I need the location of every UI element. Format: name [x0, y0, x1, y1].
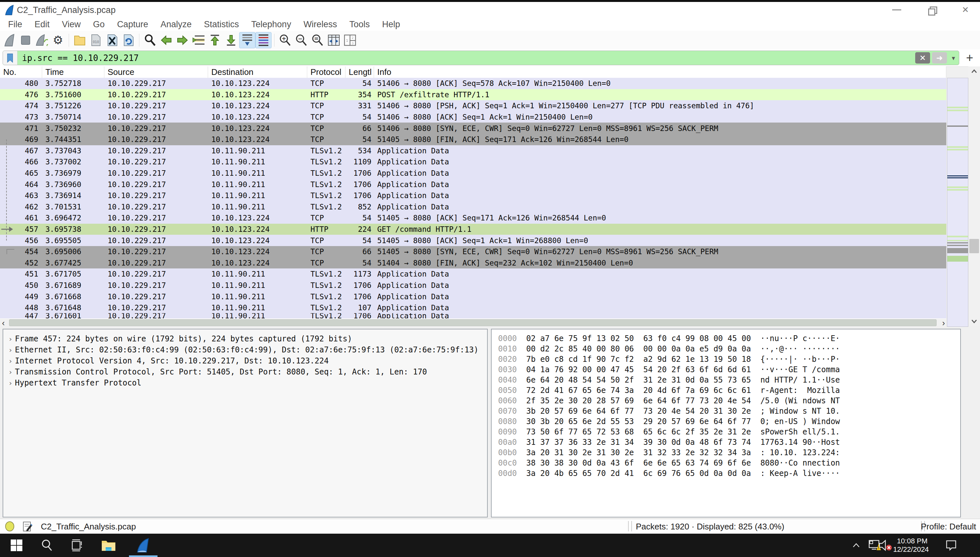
- menu-item-telephony[interactable]: Telephony: [245, 20, 297, 29]
- volume-button[interactable]: [875, 534, 896, 557]
- hex-row[interactable]: 00a0 31 37 37 36 33 2e 31 34 39 30 0d 0a…: [498, 437, 960, 448]
- column-header-lengtl[interactable]: Lengtl: [345, 67, 374, 78]
- capture-options-icon[interactable]: ⚙: [50, 32, 66, 48]
- task-view-button[interactable]: [62, 534, 91, 557]
- menu-item-view[interactable]: View: [56, 20, 87, 29]
- hex-row[interactable]: 0030 04 1a 76 92 00 00 47 45 54 20 2f 63…: [498, 365, 960, 375]
- packet-row[interactable]: 4713.75023210.10.229.21710.10.123.224TCP…: [0, 122, 946, 134]
- hex-row[interactable]: 00b0 3a 20 31 30 2e 31 30 2e 31 32 33 2e…: [498, 448, 960, 458]
- close-button[interactable]: ✕: [954, 2, 977, 18]
- go-last-packet-icon[interactable]: [223, 32, 239, 48]
- hex-row[interactable]: 0080 30 3b 20 65 6e 2d 55 53 29 20 57 69…: [498, 416, 960, 427]
- restore-button[interactable]: [920, 2, 943, 18]
- stop-capture-icon[interactable]: [18, 32, 34, 48]
- detail-tree-row[interactable]: ›Transmission Control Protocol, Src Port…: [3, 366, 487, 377]
- hex-row[interactable]: 0050 72 2d 41 67 65 6e 74 3a 20 4d 6f 7a…: [498, 385, 960, 396]
- hex-row[interactable]: 0040 6e 64 20 48 54 54 50 2f 31 2e 31 0d…: [498, 375, 960, 385]
- detail-tree-row[interactable]: ›Ethernet II, Src: 02:50:63:f0:c4:99 (02…: [3, 344, 487, 355]
- expander-chevron-icon[interactable]: ›: [6, 357, 15, 365]
- packet-row-selected[interactable]: 4573.69573810.10.229.21710.10.123.224HTT…: [0, 224, 946, 235]
- menu-item-file[interactable]: File: [2, 20, 29, 29]
- go-first-packet-icon[interactable]: [207, 32, 223, 48]
- zoom-in-icon[interactable]: +: [277, 32, 293, 48]
- packet-row[interactable]: 4493.67166810.10.229.21710.11.90.211TLSv…: [0, 291, 946, 302]
- column-header-source[interactable]: Source: [104, 67, 208, 78]
- packet-row[interactable]: 4733.75071410.10.229.21710.10.123.224TCP…: [0, 112, 946, 123]
- resize-columns-icon[interactable]: [326, 32, 342, 48]
- filter-add-button[interactable]: +: [963, 51, 976, 64]
- zoom-original-icon[interactable]: =: [309, 32, 326, 48]
- packet-row[interactable]: 4663.73700210.10.229.21710.11.90.211TLSv…: [0, 156, 946, 168]
- packet-bytes-pane[interactable]: 0000 02 a7 6e 75 9f 13 02 50 63 f0 c4 99…: [491, 329, 961, 518]
- expander-chevron-icon[interactable]: ›: [6, 346, 15, 354]
- go-back-icon[interactable]: [158, 32, 174, 48]
- expander-chevron-icon[interactable]: ›: [6, 379, 15, 387]
- expander-chevron-icon[interactable]: ›: [6, 335, 15, 343]
- hex-row[interactable]: 0070 3b 20 57 69 6e 64 6f 77 73 20 4e 54…: [498, 406, 960, 416]
- packet-row[interactable]: 4763.75160010.10.229.21710.10.123.224HTT…: [0, 89, 946, 101]
- status-profile[interactable]: Profile: Default: [921, 522, 976, 532]
- packet-row[interactable]: 4523.67742510.10.229.21710.10.123.224TCP…: [0, 257, 946, 269]
- vscroll-thumb[interactable]: [969, 239, 979, 253]
- packet-row[interactable]: 4613.69647210.10.229.21710.10.123.224TCP…: [0, 212, 946, 224]
- auto-scroll-icon[interactable]: [239, 32, 255, 48]
- display-filter-input[interactable]: ip.src == 10.10.229.217 ✕ ➜ ▾: [3, 50, 959, 65]
- hex-row[interactable]: 0060 2f 35 2e 30 20 28 57 69 6e 64 6f 77…: [498, 396, 960, 406]
- packet-row[interactable]: 4693.74435110.10.229.21710.10.123.224TCP…: [0, 134, 946, 145]
- menu-item-wireless[interactable]: Wireless: [297, 20, 343, 29]
- packet-row[interactable]: 4483.67164810.10.229.21710.11.90.211TLSv…: [0, 302, 946, 314]
- menu-item-go[interactable]: Go: [87, 20, 111, 29]
- file-explorer-button[interactable]: [94, 534, 123, 557]
- filter-expression-text[interactable]: ip.src == 10.10.229.217: [18, 51, 914, 65]
- packet-list-minimap[interactable]: [947, 78, 968, 327]
- hscroll-left-icon[interactable]: ‹: [2, 318, 5, 328]
- packet-detail-pane[interactable]: ›Frame 457: 224 bytes on wire (1792 bits…: [3, 329, 488, 518]
- packet-row[interactable]: 4653.73697910.10.229.21710.11.90.211TLSv…: [0, 168, 946, 179]
- packet-row[interactable]: 4513.67170510.10.229.21710.11.90.211TLSv…: [0, 269, 946, 280]
- start-button[interactable]: [2, 534, 31, 557]
- save-file-icon[interactable]: 010: [88, 32, 104, 48]
- menu-item-help[interactable]: Help: [376, 20, 406, 29]
- taskbar-clock[interactable]: 10:08 PM 12/22/2024: [893, 537, 928, 554]
- packet-row[interactable]: 4563.69550510.10.229.21710.10.123.224TCP…: [0, 235, 946, 246]
- packet-list[interactable]: 4803.75271810.10.229.21710.10.123.224TCP…: [0, 78, 946, 319]
- menu-item-statistics[interactable]: Statistics: [198, 20, 245, 29]
- colorize-icon[interactable]: [255, 32, 271, 48]
- minimize-button[interactable]: [886, 2, 908, 18]
- filter-bookmark-button[interactable]: [3, 51, 18, 65]
- go-to-packet-icon[interactable]: [190, 32, 207, 48]
- layout-panes-icon[interactable]: 123: [342, 32, 358, 48]
- close-file-icon[interactable]: [104, 32, 120, 48]
- hscroll-thumb[interactable]: [9, 319, 936, 326]
- zoom-out-icon[interactable]: −: [293, 32, 309, 48]
- wireshark-taskbar-button[interactable]: [128, 534, 158, 557]
- filter-clear-button[interactable]: ✕: [915, 52, 930, 64]
- menu-item-tools[interactable]: Tools: [343, 20, 376, 29]
- column-header-time[interactable]: Time: [42, 67, 104, 78]
- packet-row[interactable]: 4743.75122610.10.229.21710.10.123.224TCP…: [0, 100, 946, 112]
- packet-list-hscrollbar[interactable]: ‹ ›: [0, 319, 946, 326]
- restart-capture-icon[interactable]: [34, 32, 50, 48]
- action-center-button[interactable]: [940, 534, 962, 557]
- menu-item-capture[interactable]: Capture: [111, 20, 154, 29]
- hex-row[interactable]: 00d0 3a 20 4b 65 65 70 2d 41 6c 69 76 65…: [498, 468, 960, 479]
- hscroll-right-icon[interactable]: ›: [942, 318, 945, 328]
- detail-tree-row[interactable]: ›Frame 457: 224 bytes on wire (1792 bits…: [3, 333, 487, 344]
- menu-item-edit[interactable]: Edit: [29, 20, 56, 29]
- hex-row[interactable]: 0020 7b e0 c8 cd 1f 90 7c f2 a2 9d 62 1e…: [498, 354, 960, 365]
- capture-comment-icon[interactable]: [23, 521, 33, 532]
- packet-row[interactable]: 4673.73704310.10.229.21710.11.90.211TLSv…: [0, 145, 946, 156]
- open-file-icon[interactable]: [72, 32, 88, 48]
- packet-row[interactable]: 4503.67168910.10.229.21710.11.90.211TLSv…: [0, 280, 946, 291]
- hex-row[interactable]: 0010 00 d2 2c 85 40 00 80 06 00 00 0a 0a…: [498, 344, 960, 354]
- column-header-info[interactable]: Info: [374, 67, 946, 78]
- packet-row[interactable]: 4543.69500610.10.229.21710.10.123.224TCP…: [0, 246, 946, 257]
- hex-row[interactable]: 0000 02 a7 6e 75 9f 13 02 50 63 f0 c4 99…: [498, 333, 960, 344]
- detail-tree-row[interactable]: ›Internet Protocol Version 4, Src: 10.10…: [3, 355, 487, 366]
- column-header-no[interactable]: No.: [0, 67, 42, 78]
- packet-row[interactable]: 4803.75271810.10.229.21710.10.123.224TCP…: [0, 78, 946, 89]
- taskbar-search-button[interactable]: [33, 534, 62, 557]
- titlebar[interactable]: C2_Traffic_Analysis.pcap ✕: [0, 2, 980, 18]
- column-header-protocol[interactable]: Protocol: [307, 67, 345, 78]
- find-packet-icon[interactable]: [142, 32, 158, 48]
